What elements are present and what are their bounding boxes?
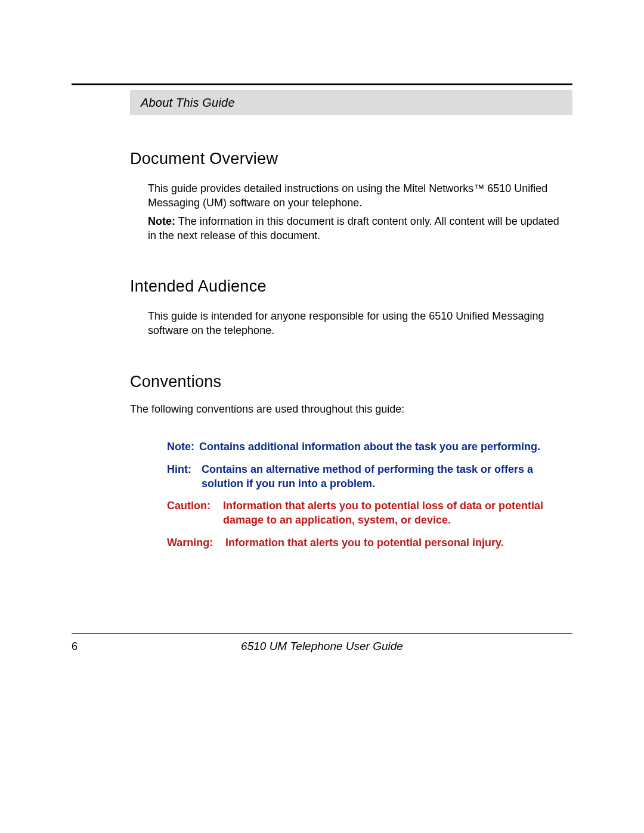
- convention-hint: Hint: Contains an alternative method of …: [167, 463, 561, 491]
- footer-doc-title: 6510 UM Telephone User Guide: [143, 640, 572, 653]
- audience-body: This guide is intended for anyone respon…: [148, 309, 561, 338]
- convention-warning-text: Information that alerts you to potential…: [225, 536, 561, 550]
- content-area: Document Overview This guide provides de…: [130, 150, 572, 550]
- heading-document-overview: Document Overview: [130, 150, 561, 168]
- overview-paragraph-1: This guide provides detailed instruction…: [148, 181, 561, 210]
- convention-note: Note: Contains additional information ab…: [167, 440, 561, 454]
- section-title: About This Guide: [141, 96, 235, 110]
- overview-note: Note: The information in this document i…: [148, 214, 561, 243]
- heading-intended-audience: Intended Audience: [130, 277, 561, 296]
- page-number: 6: [72, 640, 143, 653]
- section-header-band: About This Guide: [130, 90, 572, 115]
- conventions-list: Note: Contains additional information ab…: [167, 440, 561, 550]
- audience-paragraph-1: This guide is intended for anyone respon…: [148, 309, 561, 338]
- convention-warning-label: Warning:: [167, 536, 225, 550]
- page-body: About This Guide Document Overview This …: [72, 83, 572, 833]
- convention-warning: Warning: Information that alerts you to …: [167, 536, 561, 550]
- page-footer: 6 6510 UM Telephone User Guide: [72, 633, 572, 653]
- convention-caution-text: Information that alerts you to potential…: [223, 499, 561, 528]
- overview-note-body: The information in this document is draf…: [148, 215, 559, 241]
- conventions-intro: The following conventions are used throu…: [130, 402, 561, 416]
- convention-hint-label: Hint:: [167, 463, 202, 491]
- footer-row: 6 6510 UM Telephone User Guide: [72, 634, 572, 653]
- top-horizontal-rule: [72, 83, 572, 85]
- convention-caution-label: Caution:: [167, 499, 223, 528]
- overview-body: This guide provides detailed instruction…: [148, 181, 561, 243]
- overview-note-label: Note:: [148, 215, 175, 227]
- convention-note-label: Note:: [167, 440, 199, 454]
- heading-conventions: Conventions: [130, 373, 561, 391]
- convention-note-text: Contains additional information about th…: [199, 440, 561, 454]
- convention-hint-text: Contains an alternative method of perfor…: [202, 463, 561, 491]
- convention-caution: Caution: Information that alerts you to …: [167, 499, 561, 528]
